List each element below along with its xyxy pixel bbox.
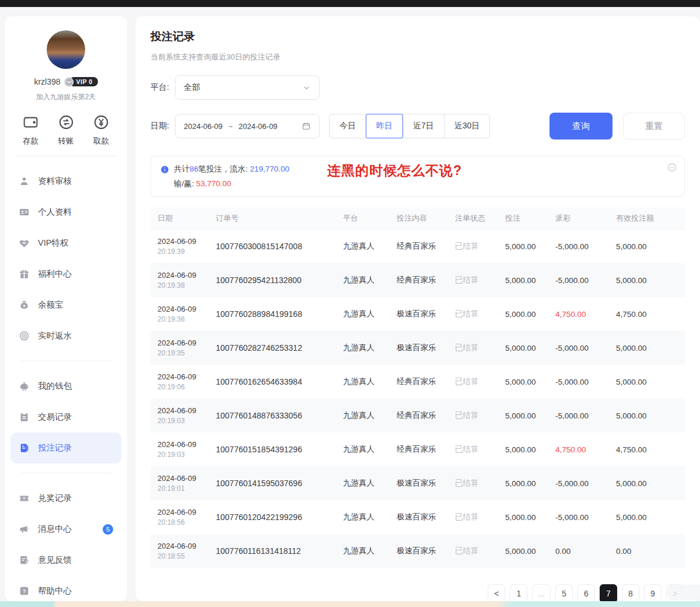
- cell-status: 已结算: [455, 512, 505, 522]
- bet-time: 20:19:03: [158, 417, 216, 425]
- cell-valid-amount: 4,750.00: [616, 310, 685, 319]
- sidebar-item-help[interactable]: ?帮助中心: [10, 575, 121, 601]
- sidebar-item-wallet[interactable]: 我的钱包: [10, 371, 121, 402]
- cell-valid-amount: 5,000.00: [616, 242, 685, 251]
- sidebar-item-messages[interactable]: 消息中心5: [10, 514, 121, 545]
- cell-bet-amount: 5,000.00: [505, 344, 555, 353]
- table-row[interactable]: 2024-06-0920:19:031007760151854391296九游真…: [150, 432, 685, 466]
- search-button[interactable]: 查询: [550, 113, 612, 139]
- cell-order-number: 1007760282746253312: [216, 343, 343, 353]
- pagination: <1...56789>: [150, 584, 685, 601]
- table-row[interactable]: 2024-06-0920:19:391007760300815147008九游真…: [150, 229, 685, 263]
- date-range-input[interactable]: 2024-06-09 ~ 2024-06-09: [175, 114, 320, 138]
- platform-label: 平台:: [150, 82, 175, 93]
- sidebar-item-bet-records[interactable]: 投注记录: [10, 432, 121, 463]
- column-header: 注单状态: [455, 213, 505, 224]
- page-6[interactable]: 6: [578, 584, 595, 601]
- range-last7-button[interactable]: 近7日: [402, 114, 444, 138]
- clipboard-icon: [19, 411, 30, 423]
- withdraw-button[interactable]: 取款: [93, 114, 110, 146]
- sidebar: krzl398 VIP 0 加入九游娱乐第2天 存款转账取款 资料审核个人资料V…: [5, 16, 127, 601]
- svg-text:?: ?: [23, 588, 26, 594]
- moneybag-icon: [19, 299, 30, 311]
- table-row[interactable]: 2024-06-0920:19:031007760148876333056九游真…: [150, 399, 685, 432]
- table-row[interactable]: 2024-06-0920:18:551007760116131418112九游真…: [150, 534, 685, 568]
- page-1[interactable]: 1: [510, 584, 527, 601]
- bet-time: 20:19:36: [158, 315, 216, 323]
- sidebar-item-rebate[interactable]: 实时返水: [10, 320, 121, 351]
- sidebar-item-profile[interactable]: 个人资料: [10, 197, 121, 228]
- sidebar-item-label: 兑奖记录: [38, 493, 72, 504]
- page-8[interactable]: 8: [622, 584, 639, 601]
- column-header: 投注内容: [397, 213, 455, 224]
- page-5[interactable]: 5: [555, 584, 573, 601]
- deposit-button[interactable]: 存款: [22, 114, 39, 146]
- username: krzl398: [34, 77, 60, 86]
- sidebar-item-label: 余额宝: [38, 299, 64, 311]
- cell-date: 2024-06-0920:19:06: [150, 372, 216, 391]
- cell-platform: 九游真人: [343, 410, 397, 421]
- bet-date: 2024-06-09: [158, 339, 216, 347]
- sidebar-item-audit[interactable]: 资料审核: [10, 166, 121, 197]
- table-row[interactable]: 2024-06-0920:19:351007760282746253312九游真…: [150, 331, 685, 365]
- table-row[interactable]: 2024-06-0920:18:561007760120422199296九游真…: [150, 500, 685, 534]
- summary-bar: 共计86笔投注，流水: 219,770.00 输/赢: 53,770.00 连黑…: [150, 156, 685, 197]
- cell-date: 2024-06-0920:19:03: [150, 406, 216, 425]
- bet-date: 2024-06-09: [158, 372, 216, 381]
- column-header: 日期: [150, 213, 216, 224]
- table-row[interactable]: 2024-06-0920:19:061007760162654633984九游真…: [150, 365, 685, 399]
- page-9[interactable]: 9: [644, 584, 662, 601]
- table-row[interactable]: 2024-06-0920:19:381007760295421132800九游真…: [150, 263, 685, 297]
- sidebar-item-transactions[interactable]: 交易记录: [10, 402, 121, 432]
- cell-status: 已结算: [455, 444, 505, 455]
- avatar[interactable]: [47, 30, 85, 69]
- transfer-button[interactable]: 转账: [58, 114, 75, 146]
- bet-records-table: 日期订单号平台投注内容注单状态投注派彩有效投注额 2024-06-0920:19…: [150, 207, 685, 568]
- collapse-icon[interactable]: [667, 162, 677, 173]
- table-row[interactable]: 2024-06-0920:19:361007760288984199168九游真…: [150, 297, 685, 331]
- cell-payout: -5,000.00: [555, 479, 616, 488]
- bet-time: 20:18:55: [158, 552, 216, 560]
- platform-select[interactable]: 全部: [175, 75, 320, 100]
- cell-status: 已结算: [455, 241, 505, 252]
- vip-badge[interactable]: VIP 0: [64, 76, 98, 87]
- range-today-button[interactable]: 今日: [329, 114, 366, 138]
- cell-bet-amount: 5,000.00: [505, 547, 555, 556]
- page-7[interactable]: 7: [600, 584, 617, 601]
- sidebar-item-welfare[interactable]: 福利中心: [10, 259, 121, 289]
- cell-bet-content: 极速百家乐: [397, 478, 455, 489]
- sidebar-group: 我的钱包交易记录投注记录: [10, 371, 121, 463]
- sidebar-divider: [15, 156, 117, 156]
- column-header: 订单号: [216, 213, 343, 224]
- sidebar-item-yuebao[interactable]: 余额宝: [10, 289, 121, 320]
- sidebar-item-label: 个人资料: [38, 207, 72, 218]
- cell-platform: 九游真人: [343, 478, 397, 489]
- cell-bet-content: 极速百家乐: [397, 512, 455, 522]
- sidebar-item-redeem[interactable]: 兑奖记录: [10, 483, 121, 514]
- cell-order-number: 1007760288984199168: [216, 309, 343, 319]
- range-yesterday-button[interactable]: 昨日: [366, 114, 403, 138]
- date-start: 2024-06-09: [184, 122, 223, 131]
- cell-platform: 九游真人: [343, 309, 397, 319]
- range-last30-button[interactable]: 近30日: [444, 114, 491, 138]
- bet-date: 2024-06-09: [158, 406, 216, 415]
- vip-diamond-icon: [64, 76, 75, 88]
- sidebar-item-feedback[interactable]: 意见反馈: [10, 545, 121, 575]
- reset-button[interactable]: 重置: [623, 113, 685, 139]
- bet-time: 20:18:56: [158, 518, 216, 526]
- sidebar-divider: [21, 361, 111, 361]
- floating-widget[interactable]: [667, 585, 700, 600]
- cell-status: 已结算: [455, 376, 505, 387]
- date-filter-row: 日期: 2024-06-09 ~ 2024-06-09 今日昨日近7日近30日 …: [150, 113, 685, 139]
- table-row[interactable]: 2024-06-0920:19:011007760141595037696九游真…: [150, 466, 685, 500]
- cell-platform: 九游真人: [343, 512, 397, 522]
- cell-bet-amount: 5,000.00: [505, 513, 555, 522]
- cell-status: 已结算: [455, 275, 505, 285]
- page-ellipsis: ...: [532, 584, 551, 601]
- date-label: 日期:: [150, 121, 175, 131]
- cell-date: 2024-06-0920:19:38: [150, 271, 216, 289]
- bet-time: 20:19:35: [158, 349, 216, 357]
- sidebar-item-vip[interactable]: VIP特权: [10, 228, 121, 259]
- page-prev[interactable]: <: [488, 584, 505, 601]
- withdraw-label: 取款: [93, 136, 109, 146]
